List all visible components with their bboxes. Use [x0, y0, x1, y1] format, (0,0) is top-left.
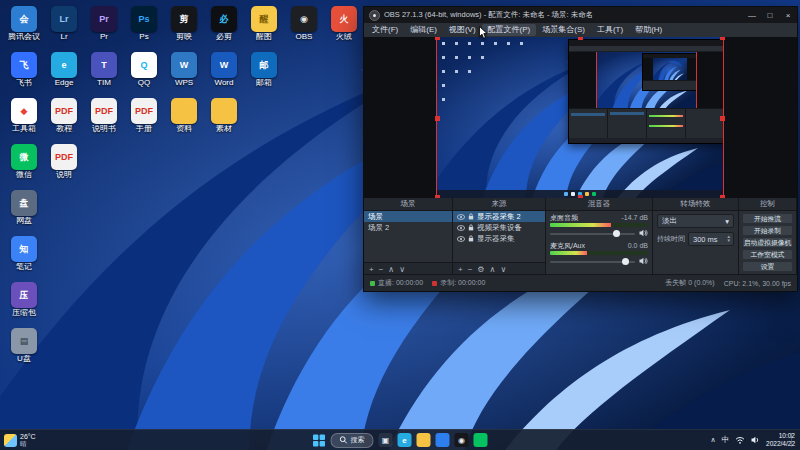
selection-handle[interactable] — [578, 195, 583, 198]
desktop-icon[interactable]: 素材 — [206, 98, 242, 134]
toolbar-button[interactable]: ∨ — [399, 265, 405, 274]
desktop-icon[interactable]: PDF 说明 — [46, 144, 82, 180]
transition-select[interactable]: 淡出 ▾ — [657, 214, 734, 228]
widgets-weather-button[interactable]: 26°C 晴 — [4, 432, 36, 448]
desktop-icon[interactable]: T TIM — [86, 52, 122, 88]
eye-icon[interactable] — [457, 225, 465, 231]
taskbar-app-icon[interactable] — [436, 433, 450, 447]
slider-handle[interactable] — [613, 230, 620, 237]
obs-preview-canvas[interactable] — [364, 37, 797, 198]
desktop-icon[interactable]: PDF 说明书 — [86, 98, 122, 134]
taskbar-app-icon[interactable]: ▣ — [379, 433, 393, 447]
desktop-icon[interactable]: 醒 醒图 — [246, 6, 282, 42]
toolbar-button[interactable]: + — [458, 265, 463, 274]
selection-handle[interactable] — [435, 116, 440, 121]
control-button[interactable]: 启动虚拟摄像机 — [742, 237, 793, 248]
desktop-icon[interactable]: ◉ OBS — [286, 6, 322, 42]
toolbar-button[interactable]: ∧ — [388, 265, 394, 274]
selection-handle[interactable] — [578, 37, 583, 40]
volume-icon[interactable] — [751, 436, 760, 444]
selection-handle[interactable] — [435, 37, 440, 40]
taskbar-app-icon[interactable]: ◉ — [455, 433, 469, 447]
taskbar-app-icon[interactable] — [474, 433, 488, 447]
menu-item[interactable]: 文件(F) — [366, 24, 404, 36]
eye-icon[interactable] — [457, 214, 465, 220]
app-icon: 邮 — [251, 52, 277, 78]
desktop-icon[interactable]: W WPS — [166, 52, 202, 88]
search-input[interactable]: 搜索 — [331, 433, 374, 448]
toolbar-button[interactable]: ∧ — [490, 265, 496, 274]
duration-spinner[interactable]: 300 ms ▲ ▼ — [688, 232, 734, 246]
toolbar-button[interactable]: ∨ — [500, 265, 506, 274]
eye-icon[interactable] — [457, 236, 465, 242]
desktop-icon[interactable]: 邮 邮箱 — [246, 52, 282, 88]
menu-item[interactable]: 配置文件(P) — [482, 24, 537, 36]
desktop-icon[interactable]: PDF 教程 — [46, 98, 82, 134]
lock-icon[interactable] — [468, 224, 474, 231]
control-button[interactable]: 开始录制 — [742, 225, 793, 236]
maximize-icon[interactable]: □ — [761, 7, 779, 23]
toolbar-button[interactable]: + — [369, 265, 374, 274]
display-capture-source[interactable] — [437, 37, 723, 198]
desktop-icon[interactable]: Q QQ — [126, 52, 162, 88]
minimize-icon[interactable]: — — [743, 7, 761, 23]
selection-handle[interactable] — [720, 37, 725, 40]
ime-indicator[interactable]: 中 — [722, 435, 730, 445]
desktop-icon[interactable]: ▤ U盘 — [6, 328, 42, 364]
control-button[interactable]: 工作室模式 — [742, 249, 793, 260]
obs-titlebar[interactable]: OBS 27.1.3 (64-bit, windows) - 配置文件: 未命名… — [364, 7, 797, 23]
obs-menubar: 文件(F) 编辑(E) 视图(V) 配置文件(P) 场景集合(S) 工具(T) … — [364, 23, 797, 38]
tray-overflow-chevron-icon[interactable]: ∧ — [710, 436, 715, 444]
toolbar-button[interactable]: − — [468, 265, 473, 274]
wifi-icon[interactable] — [735, 436, 745, 444]
desktop-icon[interactable]: 会 腾讯会议 — [6, 6, 42, 42]
control-button[interactable]: 设置 — [742, 261, 793, 272]
desktop-icon[interactable]: 微 微信 — [6, 144, 42, 180]
desktop-icon[interactable]: Pr Pr — [86, 6, 122, 42]
desktop-icon[interactable]: ◆ 工具箱 — [6, 98, 42, 134]
slider-handle[interactable] — [622, 258, 629, 265]
spin-down-icon[interactable]: ▼ — [727, 239, 731, 244]
desktop-icon[interactable]: 火 火绒 — [326, 6, 362, 42]
desktop-icon[interactable]: 资料 — [166, 98, 202, 134]
selection-handle[interactable] — [435, 195, 440, 198]
menu-item[interactable]: 帮助(H) — [629, 24, 668, 36]
source-item[interactable]: 显示器采集 2 — [453, 211, 545, 222]
show-desktop-button[interactable] — [791, 433, 795, 447]
app-icon: 必 — [211, 6, 237, 32]
menu-item[interactable]: 工具(T) — [591, 24, 629, 36]
desktop-icon[interactable]: Ps Ps — [126, 6, 162, 42]
desktop-icon[interactable]: 知 笔记 — [6, 236, 42, 272]
desktop-icon[interactable]: W Word — [206, 52, 242, 88]
close-icon[interactable]: × — [779, 7, 797, 23]
menu-item[interactable]: 视图(V) — [443, 24, 482, 36]
lock-icon[interactable] — [468, 235, 474, 242]
desktop-icon[interactable]: 飞 飞书 — [6, 52, 42, 88]
desktop-icon[interactable]: 必 必剪 — [206, 6, 242, 42]
selection-handle[interactable] — [720, 116, 725, 121]
toolbar-button[interactable]: ⚙ — [477, 265, 484, 274]
desktop-icon[interactable]: Lr Lr — [46, 6, 82, 42]
source-item[interactable]: 显示器采集 — [453, 233, 545, 244]
desktop-icon[interactable]: 压 压缩包 — [6, 282, 42, 318]
toolbar-button[interactable]: − — [379, 265, 384, 274]
taskbar-app-icon[interactable] — [417, 433, 431, 447]
menu-item[interactable]: 场景集合(S) — [536, 24, 591, 36]
selection-handle[interactable] — [720, 195, 725, 198]
desktop-icon[interactable]: 剪 剪映 — [166, 6, 202, 42]
volume-slider[interactable] — [550, 229, 648, 238]
volume-slider[interactable] — [550, 257, 648, 266]
taskbar-app-icon[interactable]: e — [398, 433, 412, 447]
start-button[interactable] — [313, 434, 326, 447]
speaker-icon[interactable] — [639, 257, 648, 267]
scene-item[interactable]: 场景 — [364, 211, 452, 222]
scene-item[interactable]: 场景 2 — [364, 222, 452, 233]
desktop-icon[interactable]: 盘 网盘 — [6, 190, 42, 226]
menu-item[interactable]: 编辑(E) — [404, 24, 443, 36]
desktop-icon[interactable]: e Edge — [46, 52, 82, 88]
speaker-icon[interactable] — [639, 229, 648, 239]
control-button[interactable]: 开始推流 — [742, 213, 793, 224]
desktop-icon[interactable]: PDF 手册 — [126, 98, 162, 134]
source-item[interactable]: 视频采集设备 — [453, 222, 545, 233]
lock-icon[interactable] — [468, 213, 474, 220]
